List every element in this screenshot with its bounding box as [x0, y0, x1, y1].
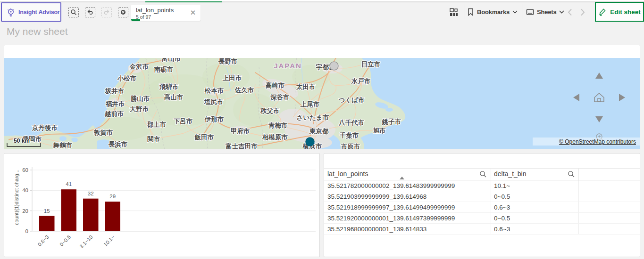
city-label: 勝山市	[131, 95, 150, 102]
selection-chip-progress	[131, 19, 140, 21]
selection-tools	[65, 2, 131, 22]
map-chart-card[interactable]: JAPAN金沢市南砺市富山市小松市坂井市飛騨市福井市勝山市高山市大野市越前市京丹…	[4, 45, 640, 149]
cell-lat-lon-points[interactable]: 35.521782000000002_139.61483999999999	[327, 182, 455, 189]
bookmark-icon	[467, 8, 474, 16]
city-label: 越前市	[104, 110, 124, 117]
cell-delta-t-bin[interactable]: 0.6~3	[494, 204, 510, 211]
cell-delta-t-bin[interactable]: 0~0.5	[494, 215, 510, 222]
undo-selection-button[interactable]	[82, 2, 98, 22]
sheets-label: Sheets	[537, 8, 556, 16]
map-attribution[interactable]: © OpenStreetMap contributors	[559, 138, 636, 145]
selection-active-indicator	[145, 1, 222, 2]
cell-delta-t-bin[interactable]: 10.1~	[494, 182, 510, 189]
edit-sheet-button[interactable]: Edit sheet	[595, 2, 644, 22]
city-label: さいたま市	[297, 114, 329, 121]
redo-selection-button[interactable]	[98, 2, 115, 22]
sheet-icon	[526, 8, 534, 16]
column-search-icon-1[interactable]	[479, 170, 487, 178]
city-label: 東京都	[309, 128, 329, 135]
city-label: 高崎市	[266, 81, 285, 89]
map-lake	[385, 108, 393, 112]
cell-delta-t-bin[interactable]: 0.6~3	[494, 226, 510, 233]
city-label: 佐久市	[234, 87, 254, 94]
table-row[interactable]: 35.521782000000002_139.6148399999999910.…	[324, 180, 640, 191]
prev-sheet-button[interactable]	[568, 2, 572, 22]
city-label: 舞鶴市	[53, 142, 73, 149]
city-label: 松本市	[204, 87, 224, 94]
table-row[interactable]: 35.521918999999997_139.614994999999990.6…	[324, 202, 640, 213]
city-label: 関市	[148, 136, 161, 143]
chevron-right-icon	[580, 8, 585, 16]
bar-0.6~3[interactable]	[39, 216, 55, 232]
x-category-label: 3.1~10	[78, 234, 93, 249]
bar-3.1~10[interactable]	[83, 199, 99, 231]
cell-lat-lon-points[interactable]: 35.521968000000001_139.614833	[327, 226, 427, 233]
city-label: 上田市	[222, 74, 242, 81]
table-row[interactable]: 35.521968000000001_139.6148330.6~3	[324, 224, 640, 235]
selection-chip-field: lat_lon_points	[136, 7, 174, 14]
japan-map[interactable]: JAPAN金沢市南砺市富山市小松市坂井市飛騨市福井市勝山市高山市大野市越前市京丹…	[4, 58, 640, 149]
sheets-menu[interactable]: Sheets	[526, 2, 564, 22]
city-label: 上尾市	[300, 101, 320, 108]
chevron-down-icon	[512, 10, 518, 14]
bar-10.1~[interactable]	[105, 202, 121, 231]
bookmarks-menu[interactable]: Bookmarks	[467, 2, 518, 22]
bar-value-label: 29	[109, 194, 116, 199]
bar-0~0.5[interactable]	[61, 189, 77, 231]
table-card[interactable]: lat_lon_points delta_t_bin 35.5217820000…	[324, 153, 640, 257]
city-label: 水戸市	[351, 78, 371, 85]
grid-icon	[449, 8, 459, 17]
city-label: つくば市	[338, 97, 365, 104]
cell-delta-t-bin[interactable]: 0~0.5	[494, 193, 510, 200]
cell-lat-lon-points[interactable]: 35.521903999999999_139.614968	[327, 193, 427, 200]
point-unselected[interactable]	[330, 62, 338, 70]
app-objects-button[interactable]	[447, 2, 460, 22]
table-header-lat-lon-points[interactable]: lat_lon_points	[327, 170, 368, 178]
city-label: 小松市	[117, 75, 137, 82]
city-label: 下呂市	[174, 118, 193, 125]
clear-selections-icon	[120, 9, 126, 16]
city-label: 大野市	[130, 105, 149, 113]
city-label: 郡上市	[147, 121, 167, 128]
table-header-delta-t-bin[interactable]: delta_t_bin	[494, 170, 527, 178]
city-label: 坂井市	[105, 88, 125, 95]
city-label: 伊那市	[204, 116, 224, 123]
cell-lat-lon-points[interactable]: 35.521918999999997_139.61499499999999	[327, 204, 455, 211]
city-label: 富士吉田市	[225, 143, 258, 149]
city-label: 甲府市	[231, 128, 250, 135]
column-search-icon-2[interactable]	[568, 170, 575, 178]
toolbar: Insight Advisor lat_lon_points	[0, 0, 644, 23]
chevron-left-icon	[568, 8, 572, 16]
y-axis-title: count({1}distinct charg...	[14, 170, 19, 225]
x-category-label: 0~0.5	[59, 234, 72, 247]
toolbar-separator-2	[522, 4, 522, 19]
city-label: 旭市	[373, 127, 386, 134]
city-label: 富山市	[161, 58, 181, 62]
table-row[interactable]: 35.521920000000001_139.614973999999990~0…	[324, 213, 640, 224]
row-separator	[324, 234, 640, 235]
bar-value-label: 32	[88, 191, 94, 196]
city-label: 敦賀市	[93, 129, 113, 136]
table-col-divider-head-1	[491, 168, 491, 180]
point-selected[interactable]	[306, 138, 314, 146]
insight-advisor-button[interactable]: Insight Advisor	[1, 2, 61, 22]
table-col-divider-head-2	[578, 168, 579, 180]
city-label: 長野市	[218, 58, 238, 65]
city-label: 相模原市	[262, 134, 288, 141]
undo-icon	[87, 9, 93, 16]
selection-chip-lat-lon-points[interactable]: lat_lon_points 5 of 97 ✕	[131, 5, 201, 21]
selection-chip-close-icon[interactable]: ✕	[189, 9, 197, 16]
clear-selections-button[interactable]	[115, 2, 131, 22]
table-row[interactable]: 35.521903999999999_139.6149680~0.5	[324, 191, 640, 202]
bar-value-label: 15	[44, 208, 50, 214]
cell-lat-lon-points[interactable]: 35.521920000000001_139.61497399999999	[327, 215, 455, 222]
search-icon	[70, 9, 77, 16]
city-label: 京丹後市	[32, 124, 58, 131]
bar-chart-card[interactable]: 0204060150.6~3410~0.5323.1~102910.1~coun…	[4, 153, 320, 257]
bar-chart[interactable]: 0204060150.6~3410~0.5323.1~102910.1~coun…	[4, 154, 319, 257]
map-scale-label: 50 km	[14, 138, 30, 144]
next-sheet-button[interactable]	[580, 2, 585, 22]
city-label: 塩尻市	[204, 98, 224, 105]
smart-search-button[interactable]	[65, 2, 82, 22]
y-tick-label: 0	[25, 228, 28, 234]
